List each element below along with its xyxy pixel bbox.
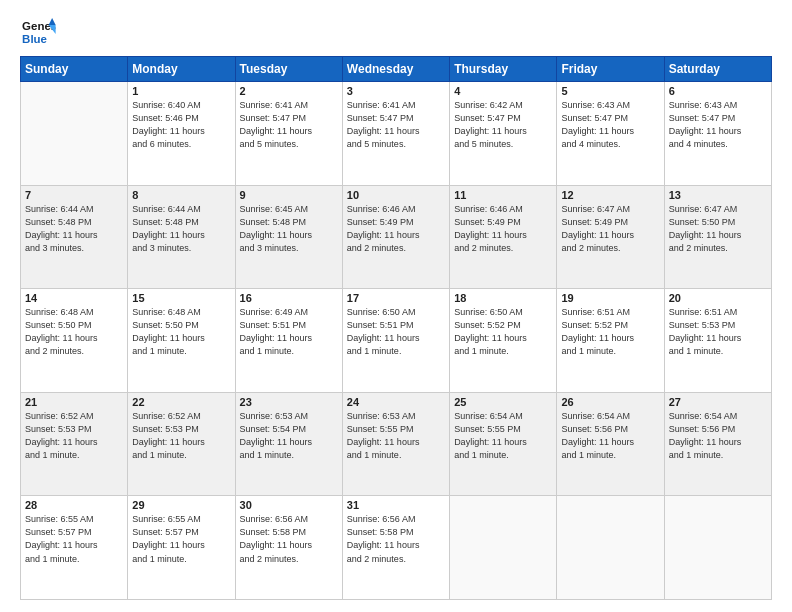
day-info: Sunrise: 6:41 AMSunset: 5:47 PMDaylight:… xyxy=(347,99,445,151)
day-number: 16 xyxy=(240,292,338,304)
calendar-weekday-monday: Monday xyxy=(128,57,235,82)
day-info: Sunrise: 6:43 AMSunset: 5:47 PMDaylight:… xyxy=(561,99,659,151)
calendar-cell: 14Sunrise: 6:48 AMSunset: 5:50 PMDayligh… xyxy=(21,289,128,393)
day-info: Sunrise: 6:42 AMSunset: 5:47 PMDaylight:… xyxy=(454,99,552,151)
day-number: 5 xyxy=(561,85,659,97)
calendar-cell: 18Sunrise: 6:50 AMSunset: 5:52 PMDayligh… xyxy=(450,289,557,393)
day-info: Sunrise: 6:47 AMSunset: 5:49 PMDaylight:… xyxy=(561,203,659,255)
day-info: Sunrise: 6:56 AMSunset: 5:58 PMDaylight:… xyxy=(240,513,338,565)
logo: General Blue xyxy=(20,18,56,48)
calendar-cell: 28Sunrise: 6:55 AMSunset: 5:57 PMDayligh… xyxy=(21,496,128,600)
day-number: 3 xyxy=(347,85,445,97)
day-number: 19 xyxy=(561,292,659,304)
header: General Blue xyxy=(20,18,772,48)
day-number: 10 xyxy=(347,189,445,201)
day-info: Sunrise: 6:49 AMSunset: 5:51 PMDaylight:… xyxy=(240,306,338,358)
day-info: Sunrise: 6:54 AMSunset: 5:55 PMDaylight:… xyxy=(454,410,552,462)
day-info: Sunrise: 6:51 AMSunset: 5:52 PMDaylight:… xyxy=(561,306,659,358)
calendar-cell: 3Sunrise: 6:41 AMSunset: 5:47 PMDaylight… xyxy=(342,82,449,186)
calendar-cell: 6Sunrise: 6:43 AMSunset: 5:47 PMDaylight… xyxy=(664,82,771,186)
calendar-cell: 17Sunrise: 6:50 AMSunset: 5:51 PMDayligh… xyxy=(342,289,449,393)
day-number: 14 xyxy=(25,292,123,304)
calendar-cell xyxy=(557,496,664,600)
day-number: 25 xyxy=(454,396,552,408)
day-info: Sunrise: 6:48 AMSunset: 5:50 PMDaylight:… xyxy=(25,306,123,358)
calendar-cell: 22Sunrise: 6:52 AMSunset: 5:53 PMDayligh… xyxy=(128,392,235,496)
day-info: Sunrise: 6:52 AMSunset: 5:53 PMDaylight:… xyxy=(132,410,230,462)
day-info: Sunrise: 6:50 AMSunset: 5:51 PMDaylight:… xyxy=(347,306,445,358)
calendar-cell: 12Sunrise: 6:47 AMSunset: 5:49 PMDayligh… xyxy=(557,185,664,289)
day-info: Sunrise: 6:55 AMSunset: 5:57 PMDaylight:… xyxy=(25,513,123,565)
day-number: 21 xyxy=(25,396,123,408)
day-info: Sunrise: 6:46 AMSunset: 5:49 PMDaylight:… xyxy=(454,203,552,255)
calendar-cell: 31Sunrise: 6:56 AMSunset: 5:58 PMDayligh… xyxy=(342,496,449,600)
calendar-weekday-tuesday: Tuesday xyxy=(235,57,342,82)
calendar-cell: 7Sunrise: 6:44 AMSunset: 5:48 PMDaylight… xyxy=(21,185,128,289)
day-number: 8 xyxy=(132,189,230,201)
day-info: Sunrise: 6:55 AMSunset: 5:57 PMDaylight:… xyxy=(132,513,230,565)
calendar-week-row: 28Sunrise: 6:55 AMSunset: 5:57 PMDayligh… xyxy=(21,496,772,600)
calendar-cell xyxy=(664,496,771,600)
calendar-cell: 15Sunrise: 6:48 AMSunset: 5:50 PMDayligh… xyxy=(128,289,235,393)
calendar-cell: 21Sunrise: 6:52 AMSunset: 5:53 PMDayligh… xyxy=(21,392,128,496)
day-number: 6 xyxy=(669,85,767,97)
day-info: Sunrise: 6:44 AMSunset: 5:48 PMDaylight:… xyxy=(25,203,123,255)
day-number: 23 xyxy=(240,396,338,408)
calendar-cell: 30Sunrise: 6:56 AMSunset: 5:58 PMDayligh… xyxy=(235,496,342,600)
day-number: 12 xyxy=(561,189,659,201)
day-number: 9 xyxy=(240,189,338,201)
calendar-header-row: SundayMondayTuesdayWednesdayThursdayFrid… xyxy=(21,57,772,82)
calendar-cell xyxy=(450,496,557,600)
calendar-cell: 24Sunrise: 6:53 AMSunset: 5:55 PMDayligh… xyxy=(342,392,449,496)
day-number: 2 xyxy=(240,85,338,97)
calendar-week-row: 1Sunrise: 6:40 AMSunset: 5:46 PMDaylight… xyxy=(21,82,772,186)
day-number: 15 xyxy=(132,292,230,304)
calendar-cell: 29Sunrise: 6:55 AMSunset: 5:57 PMDayligh… xyxy=(128,496,235,600)
day-number: 11 xyxy=(454,189,552,201)
calendar-cell: 13Sunrise: 6:47 AMSunset: 5:50 PMDayligh… xyxy=(664,185,771,289)
day-info: Sunrise: 6:56 AMSunset: 5:58 PMDaylight:… xyxy=(347,513,445,565)
calendar-weekday-friday: Friday xyxy=(557,57,664,82)
day-number: 7 xyxy=(25,189,123,201)
svg-text:Blue: Blue xyxy=(22,33,47,45)
day-number: 13 xyxy=(669,189,767,201)
calendar-cell: 11Sunrise: 6:46 AMSunset: 5:49 PMDayligh… xyxy=(450,185,557,289)
calendar-cell: 27Sunrise: 6:54 AMSunset: 5:56 PMDayligh… xyxy=(664,392,771,496)
calendar-cell: 8Sunrise: 6:44 AMSunset: 5:48 PMDaylight… xyxy=(128,185,235,289)
day-number: 17 xyxy=(347,292,445,304)
calendar-cell: 10Sunrise: 6:46 AMSunset: 5:49 PMDayligh… xyxy=(342,185,449,289)
calendar-cell: 1Sunrise: 6:40 AMSunset: 5:46 PMDaylight… xyxy=(128,82,235,186)
calendar-cell: 23Sunrise: 6:53 AMSunset: 5:54 PMDayligh… xyxy=(235,392,342,496)
calendar-cell: 16Sunrise: 6:49 AMSunset: 5:51 PMDayligh… xyxy=(235,289,342,393)
day-number: 22 xyxy=(132,396,230,408)
calendar-cell: 19Sunrise: 6:51 AMSunset: 5:52 PMDayligh… xyxy=(557,289,664,393)
logo-icon: General Blue xyxy=(20,18,56,48)
day-info: Sunrise: 6:53 AMSunset: 5:55 PMDaylight:… xyxy=(347,410,445,462)
calendar-cell: 2Sunrise: 6:41 AMSunset: 5:47 PMDaylight… xyxy=(235,82,342,186)
day-number: 31 xyxy=(347,499,445,511)
calendar-cell: 25Sunrise: 6:54 AMSunset: 5:55 PMDayligh… xyxy=(450,392,557,496)
day-number: 1 xyxy=(132,85,230,97)
day-number: 4 xyxy=(454,85,552,97)
calendar-cell: 5Sunrise: 6:43 AMSunset: 5:47 PMDaylight… xyxy=(557,82,664,186)
calendar-weekday-wednesday: Wednesday xyxy=(342,57,449,82)
day-info: Sunrise: 6:41 AMSunset: 5:47 PMDaylight:… xyxy=(240,99,338,151)
day-number: 26 xyxy=(561,396,659,408)
calendar-week-row: 21Sunrise: 6:52 AMSunset: 5:53 PMDayligh… xyxy=(21,392,772,496)
day-info: Sunrise: 6:46 AMSunset: 5:49 PMDaylight:… xyxy=(347,203,445,255)
day-info: Sunrise: 6:51 AMSunset: 5:53 PMDaylight:… xyxy=(669,306,767,358)
calendar-cell: 9Sunrise: 6:45 AMSunset: 5:48 PMDaylight… xyxy=(235,185,342,289)
day-info: Sunrise: 6:53 AMSunset: 5:54 PMDaylight:… xyxy=(240,410,338,462)
calendar-week-row: 7Sunrise: 6:44 AMSunset: 5:48 PMDaylight… xyxy=(21,185,772,289)
day-info: Sunrise: 6:48 AMSunset: 5:50 PMDaylight:… xyxy=(132,306,230,358)
day-info: Sunrise: 6:52 AMSunset: 5:53 PMDaylight:… xyxy=(25,410,123,462)
day-info: Sunrise: 6:50 AMSunset: 5:52 PMDaylight:… xyxy=(454,306,552,358)
day-info: Sunrise: 6:44 AMSunset: 5:48 PMDaylight:… xyxy=(132,203,230,255)
day-number: 30 xyxy=(240,499,338,511)
day-info: Sunrise: 6:43 AMSunset: 5:47 PMDaylight:… xyxy=(669,99,767,151)
calendar-weekday-saturday: Saturday xyxy=(664,57,771,82)
calendar-cell: 26Sunrise: 6:54 AMSunset: 5:56 PMDayligh… xyxy=(557,392,664,496)
day-info: Sunrise: 6:45 AMSunset: 5:48 PMDaylight:… xyxy=(240,203,338,255)
calendar-table: SundayMondayTuesdayWednesdayThursdayFrid… xyxy=(20,56,772,600)
day-number: 27 xyxy=(669,396,767,408)
